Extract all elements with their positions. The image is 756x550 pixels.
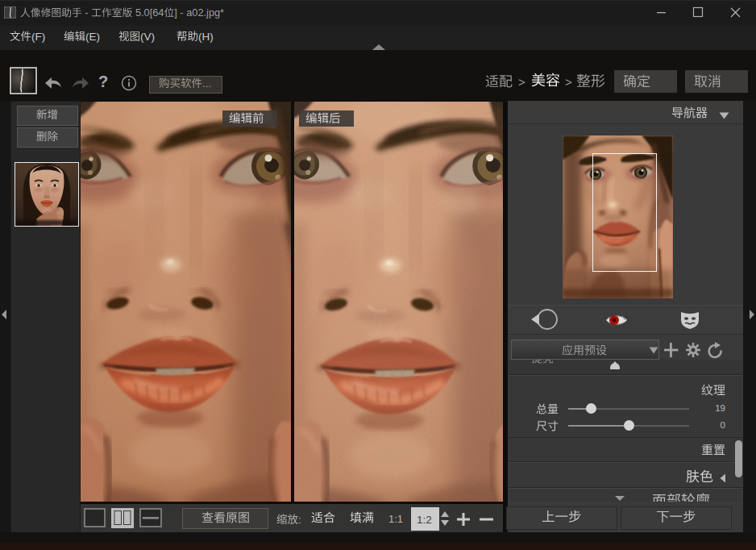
svg-text:5.0[64: 5.0[64 bbox=[132, 7, 164, 19]
svg-text::: : bbox=[298, 514, 301, 526]
svg-text:-: - bbox=[82, 7, 91, 19]
svg-text:] - a02.jpg*: ] - a02.jpg* bbox=[174, 7, 224, 19]
svg-text:(H): (H) bbox=[198, 31, 214, 43]
svg-text:(V): (V) bbox=[140, 31, 155, 43]
svg-text:(E): (E) bbox=[85, 31, 100, 43]
svg-text:...: ... bbox=[202, 77, 211, 90]
svg-text:(F): (F) bbox=[31, 31, 45, 43]
